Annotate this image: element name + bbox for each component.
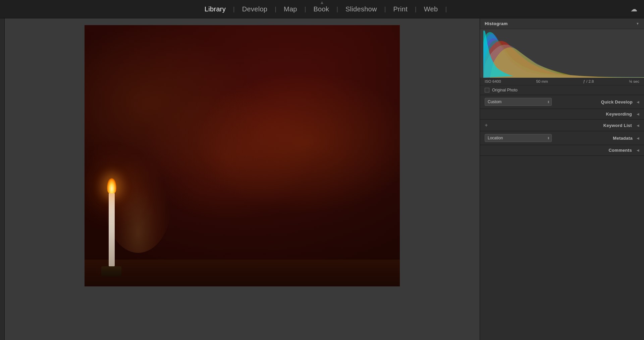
histogram-canvas	[480, 29, 644, 78]
histogram-header[interactable]: Histogram ▼	[480, 18, 644, 29]
photo-background	[85, 25, 400, 286]
metadata-arrow: ◀	[637, 136, 639, 140]
metadata-title: Metadata	[613, 136, 633, 141]
comments-title: Comments	[608, 148, 632, 153]
keywording-header[interactable]: Keywording ◀	[480, 109, 644, 119]
nav-map[interactable]: Map	[276, 5, 305, 13]
location-select-wrapper: Location	[485, 134, 552, 142]
nav-slideshow[interactable]: Slideshow	[338, 5, 384, 13]
main-photo	[85, 25, 400, 286]
keyword-list-header[interactable]: + Keyword List ◀	[480, 120, 644, 131]
quick-develop-title: Quick Develop	[601, 99, 633, 105]
right-panel-spacer	[480, 156, 644, 340]
candle-flame	[107, 178, 116, 193]
histogram-title: Histogram	[485, 21, 508, 26]
top-navigation: ▲ Library | Develop | Map | Book | Slide…	[0, 0, 644, 18]
quick-develop-arrow: ◀	[637, 100, 639, 104]
nav-develop[interactable]: Develop	[235, 5, 275, 13]
cloud-icon[interactable]: ☁	[631, 5, 637, 13]
original-photo-label: Original Photo	[492, 88, 518, 92]
metadata-section: Location Metadata ◀	[480, 131, 644, 145]
nav-sep-7: |	[445, 6, 447, 13]
histogram-svg	[480, 29, 644, 78]
main-layout: Histogram ▼	[0, 18, 644, 340]
aperture-value: ƒ / 2.8	[583, 79, 594, 83]
comments-arrow: ◀	[637, 148, 639, 152]
original-photo-row: Original Photo	[480, 85, 644, 95]
keywording-arrow: ◀	[637, 112, 639, 116]
iso-value: ISO 6400	[485, 79, 501, 83]
quick-develop-section: Custom Quick Develop ◀	[480, 95, 644, 109]
keywording-section: Keywording ◀	[480, 109, 644, 120]
keyword-list-section: + Keyword List ◀	[480, 120, 644, 131]
histogram-arrow: ▼	[636, 22, 639, 25]
histogram-info: ISO 6400 50 mm ƒ / 2.8 ⅛ sec	[480, 78, 644, 85]
candle-body	[109, 193, 115, 266]
preset-select-wrapper: Custom	[485, 98, 552, 106]
metadata-row: Location Metadata ◀	[480, 131, 644, 145]
right-panel: Histogram ▼	[480, 18, 644, 340]
nav-book[interactable]: Book	[306, 5, 336, 13]
nav-web[interactable]: Web	[417, 5, 445, 13]
figures-overlay	[85, 25, 400, 286]
keyword-list-arrow: ◀	[637, 124, 639, 127]
shutter-speed: ⅛ sec	[629, 79, 639, 83]
comments-section: Comments ◀	[480, 145, 644, 156]
location-dropdown[interactable]: Location	[485, 134, 552, 142]
candle-base	[101, 266, 121, 276]
quick-develop-row: Custom Quick Develop ◀	[480, 95, 644, 109]
nav-arrow-up: ▲	[320, 0, 324, 5]
preset-dropdown[interactable]: Custom	[485, 98, 552, 106]
nav-print[interactable]: Print	[386, 5, 415, 13]
keyword-list-title: Keyword List	[603, 123, 632, 128]
focal-length: 50 mm	[536, 79, 548, 83]
photo-container	[85, 25, 400, 286]
center-content	[5, 18, 480, 340]
comments-header[interactable]: Comments ◀	[480, 145, 644, 155]
add-keyword-button[interactable]: +	[485, 122, 488, 128]
keywording-title: Keywording	[606, 112, 632, 117]
nav-library[interactable]: Library	[197, 5, 233, 13]
left-panel	[0, 18, 5, 340]
original-photo-checkbox[interactable]	[485, 88, 489, 92]
